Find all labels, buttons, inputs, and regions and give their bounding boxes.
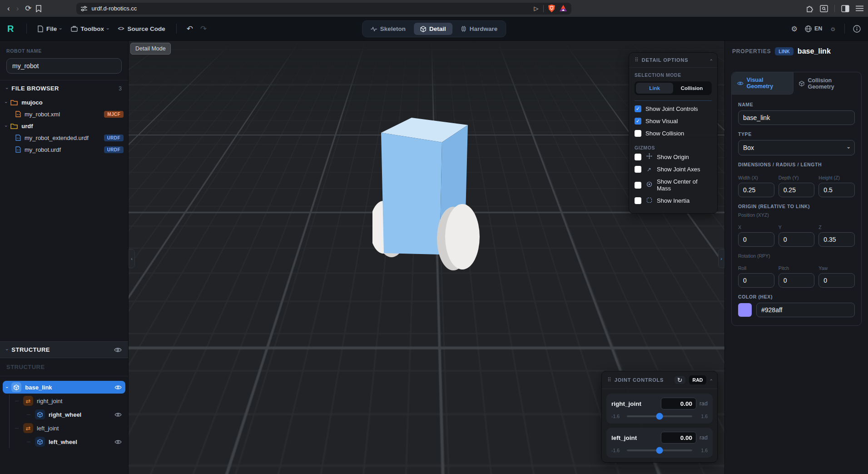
joint-control-right-joint: right_joint rad -1.6 1.6 [606, 394, 713, 424]
brave-shield-icon[interactable] [548, 5, 555, 12]
file-row[interactable]: my_robot_extended.urdf URDF [5, 132, 124, 144]
checkbox-show-joint-axes[interactable]: ↗ Show Joint Axes [635, 163, 712, 175]
checkbox-label: Show Joint Axes [657, 166, 700, 173]
file-row[interactable]: my_robot.urdf URDF [5, 144, 124, 155]
url-bar[interactable]: urdf.d-robotics.cc ▷ [76, 3, 571, 15]
structure-tree: › base_link ⇄ right_joint [0, 376, 128, 474]
eye-icon[interactable] [114, 347, 122, 353]
toolbox-menu[interactable]: Toolbox › [66, 23, 114, 35]
structure-node-base-link[interactable]: › base_link [3, 381, 125, 394]
checkbox-show-center-of-mass[interactable]: Show Center of Mass [635, 175, 712, 195]
checkbox-show-collision[interactable]: Show Collision [635, 127, 712, 140]
joint-value-input[interactable] [661, 398, 696, 409]
color-swatch[interactable] [738, 303, 752, 317]
checkbox-unchecked-icon [635, 130, 641, 137]
sidebar-collapse-handle[interactable]: ‹ [129, 249, 135, 268]
slider-thumb[interactable] [656, 413, 663, 420]
file-row[interactable]: my_robot.xml MJCF [5, 108, 124, 120]
cube-icon [420, 26, 426, 32]
structure-header[interactable]: › STRUCTURE [0, 341, 128, 358]
node-label: left_wheel [49, 439, 77, 445]
reset-joints-icon[interactable]: ↻ [675, 376, 685, 384]
checkbox-show-visual[interactable]: ✓ Show Visual [635, 115, 712, 127]
collapse-chevron-icon[interactable]: › [708, 59, 714, 61]
selection-mode-link[interactable]: Link [636, 83, 673, 94]
slider-thumb[interactable] [656, 447, 663, 454]
source-code-label: Source Code [127, 25, 165, 32]
position-x-input[interactable] [738, 232, 774, 247]
drag-handle-icon[interactable]: ⠿ [607, 377, 611, 383]
width-input[interactable] [738, 183, 774, 197]
file-name: my_robot.xml [25, 111, 60, 118]
structure-node-left-wheel[interactable]: left_wheel [23, 435, 125, 448]
site-settings-icon[interactable] [81, 6, 87, 11]
checkbox-label: Show Origin [657, 154, 689, 160]
tab-visual-geometry[interactable]: Visual Geometry [732, 72, 794, 95]
yaw-input[interactable] [818, 273, 855, 288]
position-label: Position (XYZ) [738, 212, 855, 218]
app-logo[interactable]: R [7, 24, 20, 34]
joint-slider[interactable] [627, 415, 692, 417]
browser-reload-icon[interactable]: ⟳ [25, 5, 31, 12]
left-sidebar: ROBOT NAME › FILE BROWSER 3 › mujoco my [0, 41, 129, 474]
info-icon[interactable] [853, 25, 861, 33]
eye-icon[interactable] [114, 385, 122, 390]
file-browser-title: FILE BROWSER [11, 85, 115, 92]
depth-input[interactable] [779, 183, 815, 197]
folder-row-urdf[interactable]: › urdf [5, 120, 124, 132]
unit-toggle-button[interactable]: RAD [689, 375, 707, 384]
tab-detail[interactable]: Detail [414, 23, 452, 35]
theme-toggle-icon[interactable]: ☼ [829, 25, 836, 33]
robot-name-input[interactable] [6, 58, 122, 74]
undo-button[interactable]: ↶ [187, 24, 193, 34]
color-hex-input[interactable] [756, 303, 855, 317]
source-code-button[interactable]: <> Source Code [113, 23, 169, 35]
joint-value-input[interactable] [661, 432, 696, 444]
sidebar-open-icon[interactable]: ▷ [534, 5, 539, 11]
structure-node-left-joint[interactable]: ⇄ left_joint [11, 422, 125, 434]
checkbox-show-joint-controls[interactable]: ✓ Show Joint Controls [635, 103, 712, 115]
checkbox-show-inertia[interactable]: Show Inertia [635, 195, 712, 207]
position-z-input[interactable] [818, 232, 855, 247]
search-tab-icon[interactable] [820, 5, 828, 12]
sidebar-toggle-icon[interactable] [841, 5, 849, 12]
robot-model[interactable] [372, 105, 481, 277]
browser-back-icon[interactable]: ‹ [7, 5, 10, 12]
browser-forward-icon[interactable]: › [16, 5, 19, 12]
language-switcher[interactable]: EN [805, 25, 822, 32]
bookmark-icon[interactable] [35, 5, 42, 12]
joint-slider[interactable] [627, 449, 692, 451]
joint-name: right_joint [611, 400, 658, 407]
height-input[interactable] [818, 183, 855, 197]
roll-input[interactable] [738, 273, 774, 288]
eye-icon[interactable] [114, 412, 122, 417]
file-menu[interactable]: File › [33, 23, 66, 35]
redo-button[interactable]: ↷ [200, 24, 207, 34]
structure-node-right-wheel[interactable]: right_wheel [23, 408, 125, 421]
eye-icon[interactable] [114, 439, 122, 444]
tab-label: Collision Geometry [808, 77, 856, 90]
extensions-icon[interactable] [806, 5, 813, 12]
position-y-input[interactable] [779, 232, 815, 247]
urdf-file-icon [15, 146, 21, 153]
properties-collapse-handle[interactable]: › [718, 249, 724, 268]
checkbox-show-origin[interactable]: Show Origin [635, 150, 712, 163]
settings-gear-icon[interactable]: ⚙ [791, 25, 798, 33]
pitch-input[interactable] [779, 273, 815, 288]
folder-row-mujoco[interactable]: › mujoco [5, 96, 124, 108]
divider [834, 5, 835, 12]
tab-collision-geometry[interactable]: Collision Geometry [794, 72, 861, 95]
selection-mode-collision[interactable]: Collision [673, 83, 710, 94]
drag-handle-icon[interactable]: ⠿ [635, 57, 638, 63]
brave-rewards-icon[interactable] [560, 5, 567, 12]
link-name-input[interactable] [738, 110, 855, 125]
tab-skeleton[interactable]: Skeleton [364, 23, 412, 35]
file-count: 3 [119, 85, 122, 92]
collapse-chevron-icon[interactable]: › [708, 379, 714, 381]
file-browser-header[interactable]: › FILE BROWSER 3 [0, 80, 128, 95]
geometry-type-select[interactable]: Box › [738, 140, 855, 155]
structure-node-right-joint[interactable]: ⇄ right_joint [11, 394, 125, 407]
tab-hardware[interactable]: Hardware [454, 23, 504, 35]
browser-menu-icon[interactable] [856, 5, 863, 11]
viewport-3d[interactable]: Detail Mode ‹ › ⠿ DETAIL OPTIONS › SELEC… [129, 41, 724, 474]
